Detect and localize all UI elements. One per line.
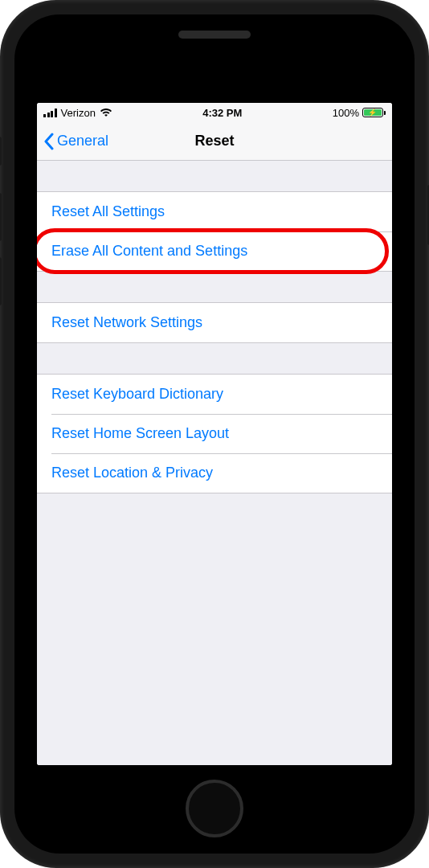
status-right: 100% ⚡ <box>333 107 386 119</box>
reset-network-settings[interactable]: Reset Network Settings <box>37 303 392 342</box>
reset-keyboard-dictionary[interactable]: Reset Keyboard Dictionary <box>37 375 392 414</box>
earpiece <box>178 31 251 39</box>
row-label: Reset Home Screen Layout <box>51 425 229 441</box>
reset-location-and-privacy[interactable]: Reset Location & Privacy <box>37 453 392 493</box>
reset-home-screen-layout[interactable]: Reset Home Screen Layout <box>37 414 392 453</box>
chevron-left-icon <box>43 133 54 150</box>
home-button[interactable] <box>186 780 243 837</box>
row-label: Reset Keyboard Dictionary <box>51 386 223 402</box>
settings-group-2: Reset Network Settings <box>37 302 392 343</box>
device-frame: Verizon 4:32 PM 100% ⚡ <box>0 0 429 868</box>
status-time: 4:32 PM <box>202 107 242 119</box>
row-label: Reset Location & Privacy <box>51 465 213 481</box>
wifi-icon <box>100 108 112 117</box>
status-left: Verizon <box>43 107 112 119</box>
screen: Verizon 4:32 PM 100% ⚡ <box>37 103 392 765</box>
status-bar: Verizon 4:32 PM 100% ⚡ <box>37 103 392 122</box>
nav-bar: General Reset <box>37 122 392 161</box>
battery-icon: ⚡ <box>362 108 386 117</box>
page-title: Reset <box>194 133 234 149</box>
settings-group-1: Reset All Settings Erase All Content and… <box>37 191 392 272</box>
row-label: Erase All Content and Settings <box>51 243 247 259</box>
settings-group-3: Reset Keyboard Dictionary Reset Home Scr… <box>37 374 392 493</box>
volume-up-button <box>0 193 2 241</box>
device-bezel: Verizon 4:32 PM 100% ⚡ <box>14 14 415 854</box>
carrier-label: Verizon <box>61 107 96 119</box>
battery-percent-label: 100% <box>333 107 359 119</box>
erase-all-content-and-settings[interactable]: Erase All Content and Settings <box>37 231 392 271</box>
back-label: General <box>57 133 108 149</box>
reset-all-settings[interactable]: Reset All Settings <box>37 192 392 231</box>
cellular-signal-icon <box>43 108 57 117</box>
content: Reset All Settings Erase All Content and… <box>37 161 392 765</box>
row-label: Reset All Settings <box>51 203 165 219</box>
back-button[interactable]: General <box>43 133 108 150</box>
mute-switch <box>0 137 2 166</box>
row-label: Reset Network Settings <box>51 314 202 330</box>
volume-down-button <box>0 257 2 305</box>
